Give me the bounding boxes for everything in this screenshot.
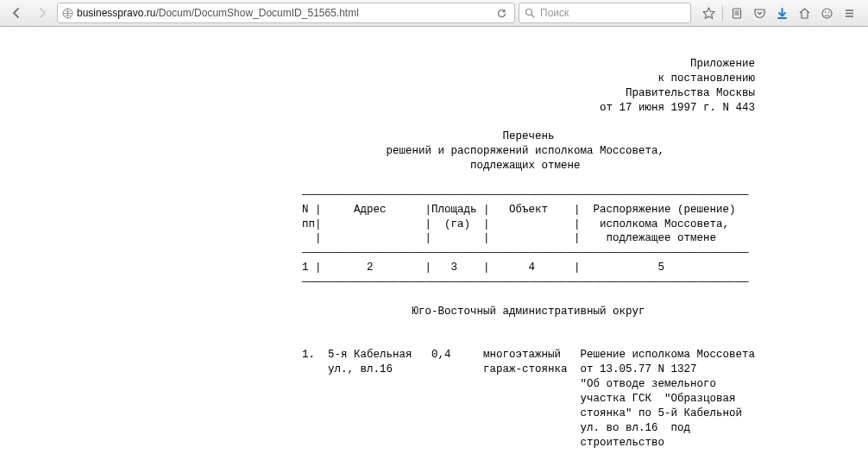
menu-icon[interactable] xyxy=(839,3,859,23)
back-button[interactable] xyxy=(5,3,28,23)
url-bar[interactable]: businesspravo.ru/Docum/DocumShow_DocumID… xyxy=(57,3,515,23)
svg-point-10 xyxy=(827,11,829,13)
pocket-icon[interactable] xyxy=(749,3,770,23)
toolbar-separator xyxy=(722,5,723,21)
svg-point-9 xyxy=(824,11,826,13)
download-icon[interactable] xyxy=(771,3,792,23)
browser-toolbar: businesspravo.ru/Docum/DocumShow_DocumID… xyxy=(0,0,868,27)
url-text: businesspravo.ru/Docum/DocumShow_DocumID… xyxy=(77,7,489,19)
search-placeholder: Поиск xyxy=(540,7,569,19)
document-content: Приложение к постановлению Правительства… xyxy=(0,27,868,454)
reading-list-icon[interactable] xyxy=(726,3,747,23)
home-icon[interactable] xyxy=(794,3,815,23)
svg-point-8 xyxy=(822,9,832,18)
svg-line-2 xyxy=(531,15,534,17)
bookmark-star-icon[interactable] xyxy=(698,3,719,23)
search-icon xyxy=(525,8,535,18)
search-bar[interactable]: Поиск xyxy=(519,3,691,23)
refresh-button[interactable] xyxy=(493,8,511,19)
smiley-icon[interactable] xyxy=(816,3,837,23)
svg-point-1 xyxy=(526,9,532,16)
globe-icon xyxy=(61,7,73,19)
tool-icons xyxy=(695,3,863,23)
forward-button[interactable] xyxy=(31,3,53,23)
